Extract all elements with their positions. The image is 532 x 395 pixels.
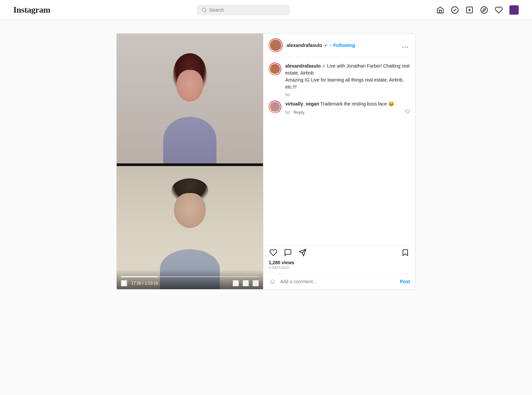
heart-icon[interactable] [495, 6, 503, 14]
svg-point-15 [255, 283, 256, 284]
post-comments: alexandrafasulo ✔ Live with Jonathan Far… [263, 57, 415, 245]
post-header: alexandrafasulo ✔ • Following ... [263, 34, 415, 57]
main-content: 17:26 / 1:03:16 [0, 20, 532, 303]
action-icons [269, 248, 410, 257]
comment-avatar[interactable] [269, 100, 281, 113]
video-divider [117, 163, 263, 166]
explore-icon[interactable] [480, 6, 488, 14]
search-icon [201, 7, 207, 13]
comment-text: virtually_vegan Trademark the resting bo… [285, 100, 410, 107]
search-bar[interactable] [197, 5, 290, 15]
post-more-button[interactable]: ... [401, 40, 410, 51]
commenter-username[interactable]: virtually_vegan [285, 101, 319, 106]
person-top-body [163, 117, 216, 163]
comment-item: virtually_vegan Trademark the resting bo… [269, 100, 410, 115]
comment-input[interactable] [280, 279, 396, 284]
video-right-controls [232, 280, 259, 287]
svg-marker-7 [483, 8, 485, 11]
video-controls: 17:26 / 1:03:16 [117, 270, 263, 289]
more-options-video-button[interactable] [252, 280, 259, 287]
fullscreen-button[interactable] [242, 280, 249, 287]
share-button[interactable] [298, 248, 307, 257]
comment-time: 5d [285, 110, 290, 115]
video-player[interactable]: 17:26 / 1:03:16 [117, 34, 263, 289]
caption-verified: ✔ [322, 64, 326, 69]
comment-like-button[interactable] [405, 109, 410, 115]
svg-marker-9 [233, 282, 235, 285]
add-comment-section: ☺ Post [263, 274, 415, 289]
post-caption: alexandrafasulo ✔ Live with Jonathan Far… [269, 63, 410, 97]
caption-avatar[interactable] [269, 63, 281, 75]
caption-text: alexandrafasulo ✔ Live with Jonathan Far… [285, 63, 410, 77]
video-time: 17:26 / 1:03:16 [131, 281, 158, 286]
post-author-username[interactable]: alexandrafasulo [287, 43, 322, 48]
post-right: alexandrafasulo ✔ • Following ... alexa [263, 34, 415, 289]
svg-point-6 [481, 7, 487, 13]
post-header-info: alexandrafasulo ✔ • Following [287, 43, 397, 48]
svg-line-1 [205, 11, 206, 12]
views-count: 1,280 views [269, 260, 410, 265]
search-input[interactable] [209, 7, 285, 13]
bookmark-button[interactable] [401, 248, 410, 257]
svg-point-14 [254, 283, 254, 284]
play-button[interactable] [121, 280, 127, 287]
verified-badge: ✔ [324, 43, 328, 48]
messenger-icon[interactable] [451, 6, 459, 14]
mute-button[interactable] [232, 280, 239, 287]
header: Instagram [0, 0, 532, 20]
comment-reply-button[interactable]: Reply [294, 110, 305, 115]
person-bottom-face [174, 193, 206, 228]
caption-username[interactable]: alexandrafasulo [285, 63, 321, 69]
video-progress-fill [121, 276, 158, 277]
svg-point-16 [257, 283, 258, 284]
user-avatar[interactable] [509, 5, 519, 15]
comment-body: virtually_vegan Trademark the resting bo… [285, 100, 410, 115]
like-button[interactable] [269, 248, 278, 257]
person-top-face [177, 70, 203, 101]
video-panel-top [117, 34, 263, 163]
header-nav [436, 5, 519, 15]
comment-meta: 5d Reply [285, 109, 410, 115]
dot-separator: • [330, 43, 332, 48]
caption-subtext: Amazing IG Live for learning all things … [285, 77, 410, 91]
create-icon[interactable] [466, 6, 473, 14]
instagram-logo: Instagram [13, 5, 50, 15]
caption-time: 5d [285, 93, 410, 97]
caption-body: alexandrafasulo ✔ Live with Jonathan Far… [285, 63, 410, 97]
home-icon[interactable] [436, 6, 444, 14]
post-container: 17:26 / 1:03:16 [116, 33, 416, 290]
comment-button[interactable] [283, 248, 293, 257]
post-comment-button[interactable]: Post [400, 279, 410, 284]
person-top-silhouette [117, 34, 263, 163]
post-actions: 1,280 views 5 DAYS AGO [263, 245, 415, 274]
video-progress-bar[interactable] [121, 276, 259, 277]
comment-content: Trademark the resting boss face 😂 [321, 101, 394, 106]
svg-marker-8 [122, 281, 125, 285]
svg-line-13 [244, 284, 245, 285]
svg-line-12 [246, 281, 248, 283]
following-label[interactable]: Following [333, 43, 355, 48]
post-date: 5 DAYS AGO [269, 266, 410, 270]
video-controls-row: 17:26 / 1:03:16 [121, 280, 259, 287]
post-author-avatar[interactable] [269, 38, 283, 52]
video-panel-bottom: 17:26 / 1:03:16 [117, 166, 263, 289]
video-person-top [117, 34, 263, 163]
svg-point-0 [202, 8, 206, 12]
emoji-button[interactable]: ☺ [269, 277, 276, 286]
